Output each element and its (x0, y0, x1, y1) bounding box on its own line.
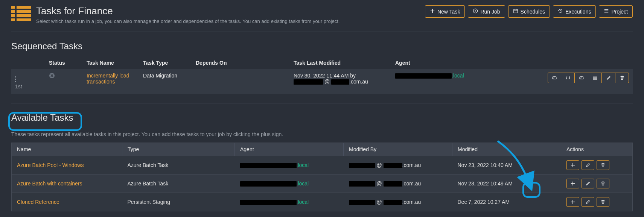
page-subtitle: Select which tasks run in a job, you can… (36, 18, 340, 24)
run-job-button[interactable]: Run Job (468, 5, 505, 18)
project-button[interactable]: Project (599, 5, 633, 18)
col-actions: Actions (561, 143, 633, 156)
last-modified-text: Nov 30, 2022 11:44 AM by (294, 73, 356, 79)
available-task-type: Azure Batch Task (122, 175, 235, 193)
dependencies-button[interactable] (561, 73, 575, 83)
edit-available-task-button[interactable] (582, 160, 594, 170)
sequenced-row-actions (542, 73, 629, 83)
calendar-icon (513, 8, 518, 15)
svg-rect-6 (11, 18, 15, 21)
svg-point-12 (553, 77, 554, 79)
col-agent2[interactable]: Agent (235, 143, 344, 156)
available-tasks-heading: Available Tasks (11, 112, 73, 123)
available-task-agent: .local (235, 156, 344, 175)
delete-available-task-button[interactable] (597, 160, 609, 170)
task-agent: .local (391, 69, 539, 94)
available-task-row: Azure Batch Pool - Windows Azure Batch T… (12, 156, 632, 175)
sequenced-tasks-heading: Sequenced Tasks (11, 41, 633, 52)
col-task-type: Task Type (139, 57, 192, 69)
col-status: Status (45, 57, 83, 69)
svg-rect-3 (17, 10, 31, 13)
project-label: Project (611, 9, 628, 15)
plus-icon (430, 8, 435, 15)
agent-suffix: .local (452, 73, 464, 79)
available-tasks-table: Name Type Agent Modified By Modified Act… (12, 143, 632, 211)
edit-task-button[interactable] (602, 73, 615, 83)
drag-handle-icon[interactable] (15, 76, 16, 82)
delete-available-task-button[interactable] (597, 179, 609, 188)
new-task-button[interactable]: New Task (425, 5, 465, 18)
task-depends-on (192, 69, 290, 94)
col-agent: Agent (391, 57, 539, 69)
sequenced-task-row: 1st Incrementally load transactions Data… (11, 69, 633, 94)
svg-rect-7 (17, 18, 31, 21)
run-job-label: Run Job (480, 9, 500, 15)
menu-icon (604, 8, 609, 15)
col-depends-on: Depends On (192, 57, 290, 69)
executions-button[interactable]: Executions (553, 5, 596, 18)
available-task-row: Azure Batch with containers Azure Batch … (12, 175, 632, 193)
edit-available-task-button[interactable] (582, 197, 594, 207)
available-task-row: Cloned Reference Persistent Staging .loc… (12, 193, 632, 211)
available-task-modified: Dec 7, 2022 10:27 AM (452, 193, 561, 211)
task-type: Data Migration (139, 69, 192, 94)
modified-by-suffix: .com.au (349, 79, 368, 85)
delete-available-task-button[interactable] (597, 197, 609, 207)
available-task-type: Persistent Staging (122, 193, 235, 211)
available-task-link[interactable]: Azure Batch with containers (17, 181, 82, 187)
col-modified[interactable]: Modified (452, 143, 561, 156)
schedules-label: Schedules (521, 9, 545, 15)
svg-point-14 (579, 77, 581, 79)
col-type[interactable]: Type (122, 143, 235, 156)
svg-rect-1 (17, 6, 31, 9)
sequenced-tasks-table: Status Task Name Task Type Depends On Ta… (11, 57, 633, 94)
tasks-list-icon (11, 5, 31, 22)
add-task-button[interactable] (566, 160, 579, 170)
page-title: Tasks for Finance (36, 5, 340, 17)
available-task-modified-by: @ .com.au (344, 175, 452, 193)
toggle-enable-button[interactable] (548, 73, 561, 83)
available-task-modified: Nov 23, 2022 10:49 AM (452, 175, 561, 193)
history-icon (558, 8, 563, 15)
available-task-link[interactable]: Cloned Reference (17, 199, 59, 205)
add-task-button[interactable] (566, 197, 579, 207)
svg-rect-9 (513, 9, 518, 13)
toggle-parallel-button[interactable] (575, 73, 588, 83)
col-last-modified: Task Last Modified (290, 57, 391, 69)
page-title-block: Tasks for Finance Select which tasks run… (11, 5, 340, 24)
add-task-button[interactable] (566, 179, 579, 188)
available-task-link[interactable]: Azure Batch Pool - Windows (17, 162, 84, 168)
col-name[interactable]: Name (12, 143, 122, 156)
view-details-button[interactable] (588, 73, 602, 83)
available-task-modified-by: @ .com.au (344, 156, 452, 175)
new-task-label: New Task (437, 9, 460, 15)
executions-label: Executions (565, 9, 591, 15)
toolbar: New Task Run Job Schedules Executions Pr… (425, 5, 633, 18)
status-not-run-icon (49, 73, 79, 79)
delete-task-button[interactable] (615, 73, 629, 83)
svg-rect-11 (552, 77, 557, 79)
edit-available-task-button[interactable] (582, 179, 594, 188)
svg-rect-0 (11, 6, 15, 9)
task-name-link[interactable]: Incrementally load transactions (87, 73, 129, 85)
col-modified-by[interactable]: Modified By (344, 143, 452, 156)
play-icon (473, 8, 478, 15)
available-task-modified-by: @ .com.au (344, 193, 452, 211)
available-task-agent: .local (235, 193, 344, 211)
task-last-modified: Nov 30, 2022 11:44 AM by @ .com.au (290, 69, 391, 94)
svg-rect-13 (579, 77, 584, 79)
svg-rect-2 (11, 10, 15, 13)
col-task-name: Task Name (83, 57, 139, 69)
available-tasks-desc: These tasks represent all available task… (11, 131, 633, 137)
svg-rect-5 (17, 14, 31, 17)
available-task-type: Azure Batch Task (122, 156, 235, 175)
task-order: 1st (15, 83, 22, 90)
available-task-agent: .local (235, 175, 344, 193)
available-task-modified: Nov 23, 2022 10:40 AM (452, 156, 561, 175)
svg-rect-4 (11, 14, 15, 17)
schedules-button[interactable]: Schedules (508, 5, 550, 18)
